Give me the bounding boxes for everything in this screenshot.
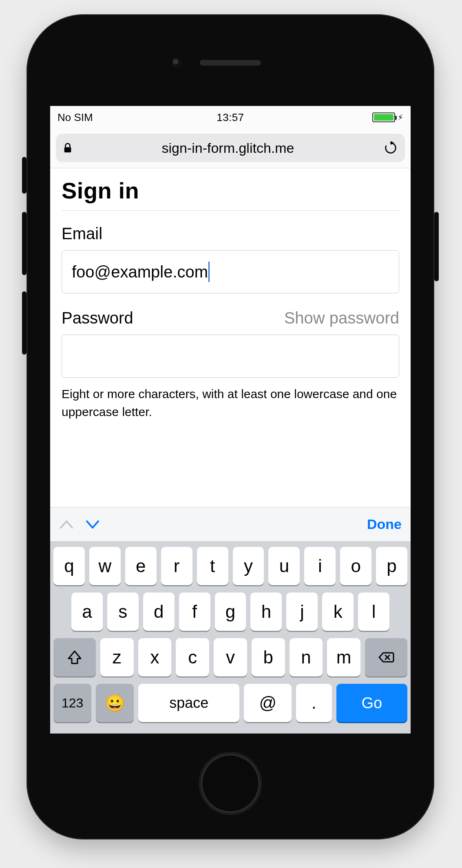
home-button[interactable] <box>199 752 262 815</box>
key-j[interactable]: j <box>286 593 318 631</box>
earpiece-speaker <box>200 60 261 66</box>
keyboard: qwertyuiop asdfghjkl zxcvbnm 123 😀 space <box>50 541 411 734</box>
prev-field-icon <box>59 519 74 530</box>
key-m[interactable]: m <box>327 638 360 676</box>
volume-up-button <box>22 212 27 275</box>
key-i[interactable]: i <box>304 547 336 585</box>
key-e[interactable]: e <box>125 547 157 585</box>
address-bar[interactable]: sign-in-form.glitch.me <box>56 134 405 162</box>
charging-icon: ⚡︎ <box>398 112 403 122</box>
key-l[interactable]: l <box>358 593 389 631</box>
lock-icon <box>63 143 72 153</box>
volume-down-button <box>22 291 27 355</box>
key-backspace[interactable] <box>365 638 407 676</box>
key-x[interactable]: x <box>138 638 172 676</box>
key-n[interactable]: n <box>290 638 323 676</box>
keyboard-accessory-bar: Done <box>50 507 411 541</box>
key-shift[interactable] <box>53 638 96 676</box>
status-bar: No SIM 13:57 ⚡︎ <box>50 106 411 129</box>
key-b[interactable]: b <box>252 638 285 676</box>
key-emoji[interactable]: 😀 <box>96 684 134 722</box>
key-y[interactable]: y <box>233 547 264 585</box>
page-title: Sign in <box>62 177 399 211</box>
carrier-text: No SIM <box>57 111 93 124</box>
key-q[interactable]: q <box>53 547 85 585</box>
email-field[interactable] <box>62 250 399 293</box>
password-field[interactable] <box>62 335 399 378</box>
key-d[interactable]: d <box>143 593 175 631</box>
reload-icon[interactable] <box>384 141 398 155</box>
key-s[interactable]: s <box>107 593 139 631</box>
key-h[interactable]: h <box>250 593 282 631</box>
key-space[interactable]: space <box>138 684 239 722</box>
page-content: Sign in Email Password Show password Eig… <box>50 168 411 429</box>
key-k[interactable]: k <box>322 593 354 631</box>
password-hint: Eight or more characters, with at least … <box>62 385 399 429</box>
power-button <box>434 212 439 281</box>
key-f[interactable]: f <box>179 593 210 631</box>
email-label: Email <box>62 225 399 243</box>
key-123[interactable]: 123 <box>53 684 91 722</box>
key-dot[interactable]: . <box>296 684 332 722</box>
clock-text: 13:57 <box>217 111 244 123</box>
svg-rect-0 <box>64 147 71 152</box>
phone-frame: No SIM 13:57 ⚡︎ sign-in-form.glitch.me <box>27 14 434 839</box>
front-camera <box>171 57 182 68</box>
url-text: sign-in-form.glitch.me <box>78 140 378 156</box>
key-t[interactable]: t <box>197 547 228 585</box>
key-a[interactable]: a <box>71 593 103 631</box>
key-o[interactable]: o <box>340 547 371 585</box>
key-g[interactable]: g <box>215 593 246 631</box>
key-z[interactable]: z <box>100 638 134 676</box>
mute-switch <box>22 157 27 194</box>
show-password-button[interactable]: Show password <box>284 309 399 327</box>
key-c[interactable]: c <box>176 638 209 676</box>
key-p[interactable]: p <box>376 547 407 585</box>
next-field-icon[interactable] <box>85 519 100 530</box>
key-go[interactable]: Go <box>336 684 408 722</box>
key-w[interactable]: w <box>89 547 121 585</box>
browser-toolbar: sign-in-form.glitch.me <box>50 129 411 168</box>
battery-icon <box>372 112 395 122</box>
key-at[interactable]: @ <box>244 684 292 722</box>
password-label: Password <box>62 309 133 327</box>
key-v[interactable]: v <box>214 638 247 676</box>
screen: No SIM 13:57 ⚡︎ sign-in-form.glitch.me <box>50 106 411 734</box>
keyboard-done-button[interactable]: Done <box>367 516 402 532</box>
key-r[interactable]: r <box>161 547 192 585</box>
key-u[interactable]: u <box>268 547 300 585</box>
